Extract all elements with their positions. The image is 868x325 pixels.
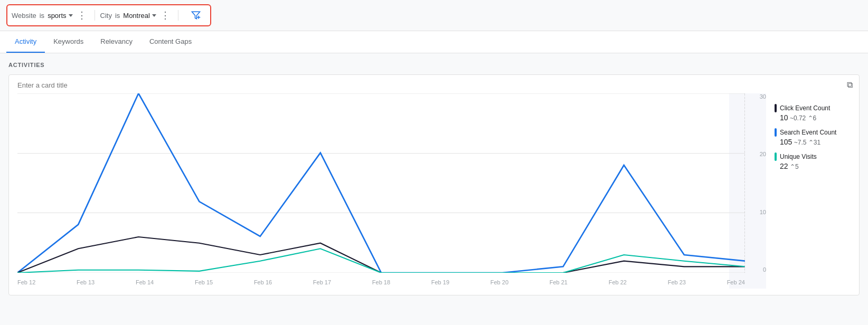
legend-main-val-unique-visits: 22 [780, 162, 788, 170]
activities-section: ACTIVITIES ⧉ [0, 53, 868, 295]
filter-value-city: Montreal [123, 12, 150, 20]
legend-item-unique-visits: Unique Visits 22 ⌃5 [775, 152, 851, 170]
filter-field-website: Website [12, 12, 36, 20]
filter-value-website: sports [48, 12, 66, 20]
legend-text-click-event: Click Event Count [780, 104, 830, 112]
x-label-feb24: Feb 24 [727, 279, 745, 285]
y-label-20: 20 [760, 151, 766, 157]
x-label-feb12: Feb 12 [17, 279, 35, 285]
filter-operator-website: is [40, 12, 44, 20]
legend-values-unique-visits: 22 ⌃5 [780, 162, 851, 170]
filter-operator-city: is [115, 12, 120, 20]
x-label-feb16: Feb 16 [254, 279, 272, 285]
legend-item-search-event: Search Event Count 105 ~7.5 ⌃31 [775, 128, 851, 146]
legend-main-val-click-event: 10 [780, 113, 788, 122]
legend-main-val-search-event: 105 [780, 138, 792, 146]
tabs-bar: Activity Keywords Relevancy Content Gaps [0, 31, 868, 53]
x-label-feb14: Feb 14 [136, 279, 154, 285]
more-options-city[interactable]: ⋮ [158, 9, 173, 21]
x-label-feb13: Feb 13 [77, 279, 95, 285]
filter-chip-website: Website is sports [12, 12, 73, 20]
y-axis: 30 20 10 0 [748, 93, 766, 273]
y-label-0: 0 [763, 266, 766, 273]
chevron-down-icon-city[interactable] [152, 14, 156, 17]
x-label-feb21: Feb 21 [550, 279, 568, 285]
divider2 [178, 10, 178, 21]
top-bar: Website is sports ⋮ City is Montreal ⋮ [0, 0, 868, 31]
click-event-line [17, 237, 745, 273]
legend-sub-val-search-event: ~7.5 ⌃31 [794, 139, 820, 146]
x-label-feb19: Feb 19 [431, 279, 449, 285]
chart-legend: Click Event Count 10 ~0.72 ⌃6 Search Eve… [766, 93, 851, 289]
filter-chip-city: City is Montreal [100, 12, 156, 20]
chart-area: 30 20 10 0 Feb 12 Feb 13 Feb 14 Feb 15 F… [17, 93, 766, 289]
x-label-feb15: Feb 15 [195, 279, 213, 285]
tab-activity[interactable]: Activity [6, 31, 45, 53]
y-label-10: 10 [760, 209, 766, 215]
legend-label-unique-visits: Unique Visits [775, 152, 851, 161]
legend-values-search-event: 105 ~7.5 ⌃31 [780, 138, 851, 146]
tab-relevancy[interactable]: Relevancy [92, 31, 141, 53]
x-label-feb22: Feb 22 [609, 279, 627, 285]
y-label-30: 30 [760, 93, 766, 100]
activities-label: ACTIVITIES [8, 62, 860, 68]
tab-keywords[interactable]: Keywords [45, 31, 92, 53]
legend-text-search-event: Search Event Count [780, 129, 836, 136]
chart-container: 30 20 10 0 Feb 12 Feb 13 Feb 14 Feb 15 F… [17, 93, 851, 289]
legend-item-click-event: Click Event Count 10 ~0.72 ⌃6 [775, 104, 851, 122]
chart-svg [17, 93, 745, 273]
x-axis: Feb 12 Feb 13 Feb 14 Feb 15 Feb 16 Feb 1… [17, 276, 745, 289]
legend-sub-val-unique-visits: ⌃5 [790, 163, 799, 170]
legend-color-click-event [775, 104, 777, 112]
card-title-input[interactable] [17, 81, 851, 89]
x-label-feb23: Feb 23 [668, 279, 686, 285]
filter-field-city: City [100, 12, 112, 20]
more-options-website[interactable]: ⋮ [75, 9, 89, 21]
legend-label-search-event: Search Event Count [775, 128, 851, 137]
unique-visits-line [17, 248, 745, 273]
filter-group: Website is sports ⋮ City is Montreal ⋮ [6, 4, 211, 26]
tab-content-gaps[interactable]: Content Gaps [141, 31, 200, 53]
legend-values-click-event: 10 ~0.72 ⌃6 [780, 113, 851, 122]
chevron-down-icon-website[interactable] [69, 14, 73, 17]
add-filter-button[interactable] [186, 7, 206, 23]
x-label-feb20: Feb 20 [490, 279, 508, 285]
legend-color-search-event [775, 128, 777, 137]
x-label-feb17: Feb 17 [313, 279, 331, 285]
divider [95, 10, 95, 21]
add-filter-icon [191, 11, 201, 20]
legend-color-unique-visits [775, 152, 777, 161]
activity-card: ⧉ [8, 74, 860, 295]
legend-text-unique-visits: Unique Visits [780, 153, 817, 160]
card-expand-icon[interactable]: ⧉ [847, 80, 853, 90]
x-label-feb18: Feb 18 [372, 279, 390, 285]
legend-label-click-event: Click Event Count [775, 104, 851, 112]
search-event-line [17, 93, 745, 273]
legend-sub-val-click-event: ~0.72 ⌃6 [790, 114, 816, 122]
